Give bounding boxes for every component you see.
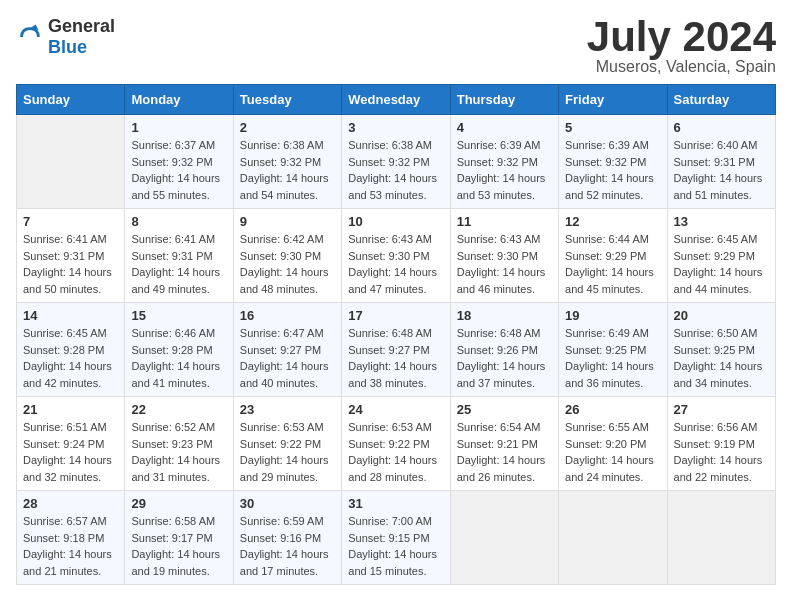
day-info: Sunrise: 6:47 AMSunset: 9:27 PMDaylight:…: [240, 325, 335, 391]
day-info: Sunrise: 6:41 AMSunset: 9:31 PMDaylight:…: [131, 231, 226, 297]
day-number: 21: [23, 402, 118, 417]
calendar-header-friday: Friday: [559, 85, 667, 115]
calendar-cell: 28Sunrise: 6:57 AMSunset: 9:18 PMDayligh…: [17, 491, 125, 585]
day-number: 24: [348, 402, 443, 417]
location-title: Museros, Valencia, Spain: [587, 58, 776, 76]
calendar-cell: 11Sunrise: 6:43 AMSunset: 9:30 PMDayligh…: [450, 209, 558, 303]
day-number: 14: [23, 308, 118, 323]
logo-text: General Blue: [48, 16, 115, 58]
day-number: 18: [457, 308, 552, 323]
day-info: Sunrise: 6:53 AMSunset: 9:22 PMDaylight:…: [240, 419, 335, 485]
day-number: 2: [240, 120, 335, 135]
calendar-cell: 31Sunrise: 7:00 AMSunset: 9:15 PMDayligh…: [342, 491, 450, 585]
day-number: 6: [674, 120, 769, 135]
calendar-week-4: 21Sunrise: 6:51 AMSunset: 9:24 PMDayligh…: [17, 397, 776, 491]
day-info: Sunrise: 6:54 AMSunset: 9:21 PMDaylight:…: [457, 419, 552, 485]
day-info: Sunrise: 6:38 AMSunset: 9:32 PMDaylight:…: [348, 137, 443, 203]
calendar-cell: 10Sunrise: 6:43 AMSunset: 9:30 PMDayligh…: [342, 209, 450, 303]
calendar-cell: 1Sunrise: 6:37 AMSunset: 9:32 PMDaylight…: [125, 115, 233, 209]
day-number: 4: [457, 120, 552, 135]
calendar-cell: 6Sunrise: 6:40 AMSunset: 9:31 PMDaylight…: [667, 115, 775, 209]
calendar-header-monday: Monday: [125, 85, 233, 115]
day-number: 15: [131, 308, 226, 323]
day-info: Sunrise: 6:48 AMSunset: 9:27 PMDaylight:…: [348, 325, 443, 391]
day-info: Sunrise: 6:41 AMSunset: 9:31 PMDaylight:…: [23, 231, 118, 297]
day-number: 16: [240, 308, 335, 323]
day-number: 30: [240, 496, 335, 511]
day-info: Sunrise: 6:58 AMSunset: 9:17 PMDaylight:…: [131, 513, 226, 579]
day-info: Sunrise: 6:49 AMSunset: 9:25 PMDaylight:…: [565, 325, 660, 391]
day-number: 8: [131, 214, 226, 229]
calendar-header-thursday: Thursday: [450, 85, 558, 115]
calendar-week-2: 7Sunrise: 6:41 AMSunset: 9:31 PMDaylight…: [17, 209, 776, 303]
logo-general: General: [48, 16, 115, 36]
day-number: 27: [674, 402, 769, 417]
calendar-cell: [667, 491, 775, 585]
month-title: July 2024: [587, 16, 776, 58]
day-number: 3: [348, 120, 443, 135]
calendar-cell: 9Sunrise: 6:42 AMSunset: 9:30 PMDaylight…: [233, 209, 341, 303]
day-number: 28: [23, 496, 118, 511]
calendar-cell: 30Sunrise: 6:59 AMSunset: 9:16 PMDayligh…: [233, 491, 341, 585]
calendar-cell: 23Sunrise: 6:53 AMSunset: 9:22 PMDayligh…: [233, 397, 341, 491]
day-number: 25: [457, 402, 552, 417]
day-info: Sunrise: 6:52 AMSunset: 9:23 PMDaylight:…: [131, 419, 226, 485]
day-number: 19: [565, 308, 660, 323]
day-info: Sunrise: 6:37 AMSunset: 9:32 PMDaylight:…: [131, 137, 226, 203]
day-info: Sunrise: 6:40 AMSunset: 9:31 PMDaylight:…: [674, 137, 769, 203]
calendar-header-tuesday: Tuesday: [233, 85, 341, 115]
day-number: 13: [674, 214, 769, 229]
logo-icon: [16, 23, 44, 51]
day-number: 20: [674, 308, 769, 323]
calendar-cell: 27Sunrise: 6:56 AMSunset: 9:19 PMDayligh…: [667, 397, 775, 491]
day-number: 26: [565, 402, 660, 417]
day-info: Sunrise: 6:43 AMSunset: 9:30 PMDaylight:…: [348, 231, 443, 297]
day-info: Sunrise: 6:55 AMSunset: 9:20 PMDaylight:…: [565, 419, 660, 485]
day-info: Sunrise: 6:39 AMSunset: 9:32 PMDaylight:…: [565, 137, 660, 203]
calendar-cell: [559, 491, 667, 585]
day-number: 29: [131, 496, 226, 511]
day-number: 22: [131, 402, 226, 417]
calendar-cell: 4Sunrise: 6:39 AMSunset: 9:32 PMDaylight…: [450, 115, 558, 209]
day-number: 9: [240, 214, 335, 229]
day-info: Sunrise: 6:45 AMSunset: 9:29 PMDaylight:…: [674, 231, 769, 297]
day-info: Sunrise: 6:48 AMSunset: 9:26 PMDaylight:…: [457, 325, 552, 391]
calendar-cell: [17, 115, 125, 209]
page-header: General Blue July 2024 Museros, Valencia…: [16, 16, 776, 76]
day-info: Sunrise: 7:00 AMSunset: 9:15 PMDaylight:…: [348, 513, 443, 579]
calendar-cell: [450, 491, 558, 585]
day-info: Sunrise: 6:51 AMSunset: 9:24 PMDaylight:…: [23, 419, 118, 485]
calendar-cell: 21Sunrise: 6:51 AMSunset: 9:24 PMDayligh…: [17, 397, 125, 491]
day-info: Sunrise: 6:59 AMSunset: 9:16 PMDaylight:…: [240, 513, 335, 579]
calendar-cell: 16Sunrise: 6:47 AMSunset: 9:27 PMDayligh…: [233, 303, 341, 397]
day-number: 1: [131, 120, 226, 135]
day-info: Sunrise: 6:43 AMSunset: 9:30 PMDaylight:…: [457, 231, 552, 297]
calendar-cell: 26Sunrise: 6:55 AMSunset: 9:20 PMDayligh…: [559, 397, 667, 491]
day-info: Sunrise: 6:50 AMSunset: 9:25 PMDaylight:…: [674, 325, 769, 391]
day-number: 10: [348, 214, 443, 229]
logo-blue: Blue: [48, 37, 87, 57]
calendar-table: SundayMondayTuesdayWednesdayThursdayFrid…: [16, 84, 776, 585]
day-info: Sunrise: 6:38 AMSunset: 9:32 PMDaylight:…: [240, 137, 335, 203]
calendar-cell: 2Sunrise: 6:38 AMSunset: 9:32 PMDaylight…: [233, 115, 341, 209]
calendar-week-1: 1Sunrise: 6:37 AMSunset: 9:32 PMDaylight…: [17, 115, 776, 209]
calendar-cell: 15Sunrise: 6:46 AMSunset: 9:28 PMDayligh…: [125, 303, 233, 397]
day-number: 7: [23, 214, 118, 229]
calendar-cell: 13Sunrise: 6:45 AMSunset: 9:29 PMDayligh…: [667, 209, 775, 303]
day-info: Sunrise: 6:53 AMSunset: 9:22 PMDaylight:…: [348, 419, 443, 485]
day-number: 12: [565, 214, 660, 229]
calendar-week-3: 14Sunrise: 6:45 AMSunset: 9:28 PMDayligh…: [17, 303, 776, 397]
calendar-cell: 24Sunrise: 6:53 AMSunset: 9:22 PMDayligh…: [342, 397, 450, 491]
calendar-cell: 20Sunrise: 6:50 AMSunset: 9:25 PMDayligh…: [667, 303, 775, 397]
day-info: Sunrise: 6:42 AMSunset: 9:30 PMDaylight:…: [240, 231, 335, 297]
calendar-cell: 25Sunrise: 6:54 AMSunset: 9:21 PMDayligh…: [450, 397, 558, 491]
logo: General Blue: [16, 16, 115, 58]
day-number: 5: [565, 120, 660, 135]
calendar-cell: 7Sunrise: 6:41 AMSunset: 9:31 PMDaylight…: [17, 209, 125, 303]
calendar-cell: 12Sunrise: 6:44 AMSunset: 9:29 PMDayligh…: [559, 209, 667, 303]
day-number: 11: [457, 214, 552, 229]
calendar-cell: 18Sunrise: 6:48 AMSunset: 9:26 PMDayligh…: [450, 303, 558, 397]
calendar-cell: 22Sunrise: 6:52 AMSunset: 9:23 PMDayligh…: [125, 397, 233, 491]
day-info: Sunrise: 6:57 AMSunset: 9:18 PMDaylight:…: [23, 513, 118, 579]
day-number: 31: [348, 496, 443, 511]
